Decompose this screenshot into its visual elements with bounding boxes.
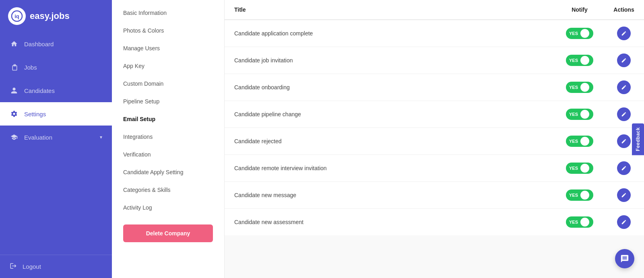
toggle-circle bbox=[580, 164, 589, 173]
toggle-yes-label: YES bbox=[569, 85, 578, 90]
col-title: Title bbox=[225, 0, 555, 20]
settings-nav-item-basic-information[interactable]: Basic Information bbox=[112, 4, 224, 22]
notify-toggle[interactable]: YES bbox=[566, 28, 593, 39]
toggle-yes-label: YES bbox=[569, 112, 578, 117]
logout-item[interactable]: Logout bbox=[0, 255, 112, 278]
notify-toggle[interactable]: YES bbox=[566, 55, 593, 66]
table-row: Candidate application complete YES bbox=[225, 20, 644, 47]
sidebar: iq easy.jobs Dashboard Jobs Candidates bbox=[0, 0, 112, 278]
table-row: Candidate new assessment YES bbox=[225, 209, 644, 236]
row-title: Candidate new assessment bbox=[225, 209, 555, 236]
edit-button[interactable] bbox=[617, 27, 631, 40]
home-icon bbox=[10, 39, 19, 48]
edit-button[interactable] bbox=[617, 54, 631, 67]
settings-sidebar: Basic InformationPhotos & ColorsManage U… bbox=[112, 0, 225, 278]
settings-nav-item-custom-domain[interactable]: Custom Domain bbox=[112, 75, 224, 93]
toggle-circle bbox=[580, 191, 589, 200]
notify-toggle[interactable]: YES bbox=[566, 109, 593, 120]
toggle-yes-label: YES bbox=[569, 193, 578, 198]
content-panel: Title Notify Actions Candidate applicati… bbox=[225, 0, 644, 278]
table-row: Candidate pipeline change YES bbox=[225, 101, 644, 128]
gear-icon bbox=[10, 109, 19, 118]
settings-nav-item-candidate-apply-setting[interactable]: Candidate Apply Setting bbox=[112, 163, 224, 181]
settings-nav-item-app-key[interactable]: App Key bbox=[112, 57, 224, 75]
feedback-label[interactable]: Feedback bbox=[632, 123, 644, 155]
notify-toggle[interactable]: YES bbox=[566, 216, 593, 228]
logo-icon: iq bbox=[8, 7, 26, 25]
toggle-circle bbox=[580, 110, 589, 119]
row-title: Candidate onboarding bbox=[225, 74, 555, 101]
nav-items: Dashboard Jobs Candidates Settings Evalu bbox=[0, 32, 112, 255]
table-row: Candidate onboarding YES bbox=[225, 74, 644, 101]
row-notify: YES bbox=[555, 182, 604, 209]
notify-toggle[interactable]: YES bbox=[566, 189, 593, 201]
sidebar-item-settings[interactable]: Settings bbox=[0, 102, 112, 126]
table-row: Candidate job invitation YES bbox=[225, 47, 644, 74]
settings-nav-item-activity-log[interactable]: Activity Log bbox=[112, 199, 224, 216]
row-title: Candidate job invitation bbox=[225, 47, 555, 74]
chevron-down-icon: ▾ bbox=[100, 134, 102, 140]
sidebar-item-label: Settings bbox=[24, 111, 46, 117]
logo-text: easy.jobs bbox=[30, 11, 70, 21]
row-title: Candidate remote interview invitation bbox=[225, 155, 555, 182]
edit-button[interactable] bbox=[617, 80, 631, 94]
col-notify: Notify bbox=[555, 0, 604, 20]
notify-toggle[interactable]: YES bbox=[566, 136, 593, 147]
row-actions bbox=[604, 182, 644, 209]
settings-nav-item-verification[interactable]: Verification bbox=[112, 146, 224, 163]
settings-nav-item-manage-users[interactable]: Manage Users bbox=[112, 39, 224, 57]
edit-button[interactable] bbox=[617, 107, 631, 121]
row-notify: YES bbox=[555, 74, 604, 101]
feedback-sidebar[interactable]: Feedback bbox=[632, 123, 644, 155]
sidebar-item-dashboard[interactable]: Dashboard bbox=[0, 32, 112, 56]
sidebar-item-label: Evaluation bbox=[24, 134, 52, 141]
toggle-yes-label: YES bbox=[569, 58, 578, 63]
row-notify: YES bbox=[555, 20, 604, 47]
row-title: Candidate new message bbox=[225, 182, 555, 209]
table-row: Candidate remote interview invitation YE… bbox=[225, 155, 644, 182]
col-actions: Actions bbox=[604, 0, 644, 20]
email-table: Title Notify Actions Candidate applicati… bbox=[225, 0, 644, 235]
row-actions bbox=[604, 74, 644, 101]
edit-button[interactable] bbox=[617, 188, 631, 202]
row-title: Candidate rejected bbox=[225, 128, 555, 155]
edit-button[interactable] bbox=[617, 215, 631, 229]
logout-label: Logout bbox=[23, 263, 41, 270]
toggle-circle bbox=[580, 218, 589, 227]
delete-company-button[interactable]: Delete Company bbox=[123, 224, 213, 242]
row-title: Candidate application complete bbox=[225, 20, 555, 47]
notify-toggle[interactable]: YES bbox=[566, 163, 593, 174]
sidebar-item-evaluation[interactable]: Evaluation ▾ bbox=[0, 126, 112, 149]
row-notify: YES bbox=[555, 47, 604, 74]
edit-button[interactable] bbox=[617, 161, 631, 175]
row-notify: YES bbox=[555, 155, 604, 182]
settings-nav-item-photos-colors[interactable]: Photos & Colors bbox=[112, 22, 224, 39]
briefcase-icon bbox=[10, 63, 19, 72]
settings-nav-item-email-setup[interactable]: Email Setup bbox=[112, 110, 224, 128]
table-header-row: Title Notify Actions bbox=[225, 0, 644, 20]
row-notify: YES bbox=[555, 101, 604, 128]
toggle-circle bbox=[580, 29, 589, 38]
toggle-yes-label: YES bbox=[569, 139, 578, 144]
svg-text:iq: iq bbox=[14, 13, 19, 19]
chat-button[interactable] bbox=[615, 249, 634, 268]
sidebar-item-label: Candidates bbox=[24, 87, 55, 94]
sidebar-item-candidates[interactable]: Candidates bbox=[0, 79, 112, 102]
logo-area: iq easy.jobs bbox=[0, 0, 112, 32]
settings-nav-item-categories-skills[interactable]: Categories & Skills bbox=[112, 181, 224, 199]
row-actions bbox=[604, 209, 644, 236]
row-notify: YES bbox=[555, 209, 604, 236]
settings-nav-item-integrations[interactable]: Integrations bbox=[112, 128, 224, 146]
edit-button[interactable] bbox=[617, 134, 631, 148]
toggle-circle bbox=[580, 56, 589, 65]
settings-nav-item-pipeline-setup[interactable]: Pipeline Setup bbox=[112, 93, 224, 110]
table-row: Candidate rejected YES bbox=[225, 128, 644, 155]
row-actions bbox=[604, 47, 644, 74]
toggle-yes-label: YES bbox=[569, 166, 578, 171]
toggle-circle bbox=[580, 83, 589, 92]
notify-toggle[interactable]: YES bbox=[566, 82, 593, 93]
sidebar-item-jobs[interactable]: Jobs bbox=[0, 56, 112, 79]
toggle-yes-label: YES bbox=[569, 220, 578, 224]
person-icon bbox=[10, 86, 19, 95]
row-notify: YES bbox=[555, 128, 604, 155]
